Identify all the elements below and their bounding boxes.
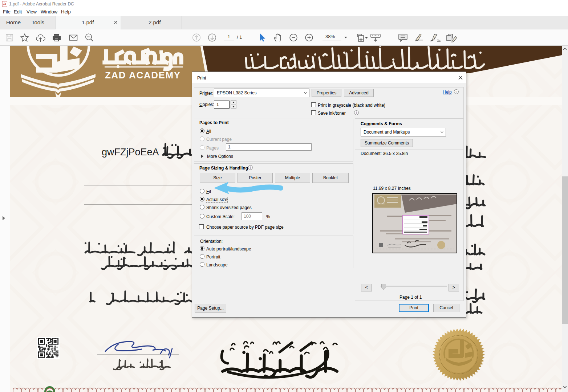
svg-text:ZAD ACADEMY: ZAD ACADEMY: [105, 70, 181, 81]
